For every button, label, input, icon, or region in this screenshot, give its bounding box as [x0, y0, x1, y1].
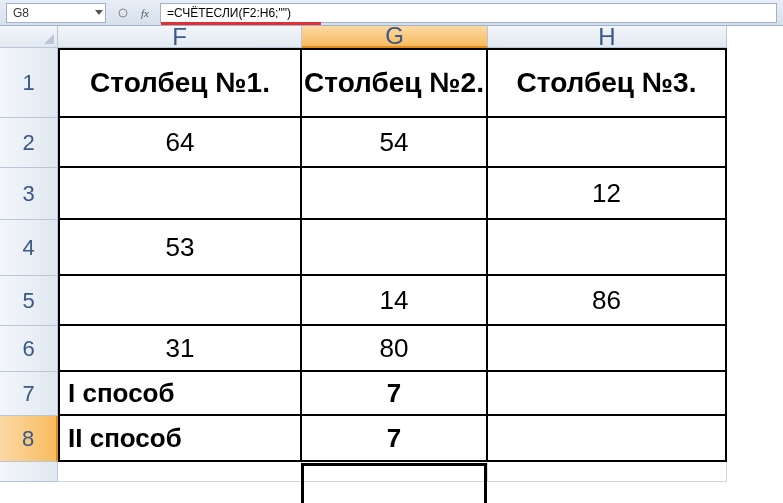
cell-H9[interactable]	[488, 462, 727, 482]
cell-H8[interactable]	[488, 416, 727, 462]
fx-label: fx	[141, 7, 149, 19]
cell-F8[interactable]: II способ	[58, 416, 302, 462]
cell-H4[interactable]	[488, 220, 727, 276]
row-2: 2 64 54	[0, 118, 783, 168]
cell-F5[interactable]	[58, 276, 302, 326]
fx-icon[interactable]: fx	[134, 3, 156, 23]
formula-controls: fx	[112, 3, 156, 23]
cell-H3[interactable]: 12	[488, 168, 727, 220]
cell-F1[interactable]: Столбец №1.	[58, 48, 302, 118]
cell-F7[interactable]: I способ	[58, 372, 302, 416]
row-9	[0, 462, 783, 482]
cell-F2[interactable]: 64	[58, 118, 302, 168]
name-box-value: G8	[13, 6, 29, 20]
cell-F6[interactable]: 31	[58, 326, 302, 372]
cell-G1[interactable]: Столбец №2.	[302, 48, 488, 118]
cell-F3[interactable]	[58, 168, 302, 220]
cell-H7[interactable]	[488, 372, 727, 416]
row-header-7[interactable]: 7	[0, 372, 58, 416]
cell-G8[interactable]: 7	[302, 416, 488, 462]
cell-G6[interactable]: 80	[302, 326, 488, 372]
cell-H1[interactable]: Столбец №3.	[488, 48, 727, 118]
row-8: 8 II способ 7	[0, 416, 783, 462]
formula-input[interactable]: =СЧЁТЕСЛИ(F2:H6;"")	[160, 3, 777, 23]
name-box[interactable]: G8	[6, 3, 106, 23]
cell-G9[interactable]	[302, 462, 488, 482]
row-header-3[interactable]: 3	[0, 168, 58, 220]
name-box-dropdown-icon[interactable]	[95, 10, 103, 15]
row-7: 7 I способ 7	[0, 372, 783, 416]
select-all-corner[interactable]	[0, 26, 58, 48]
row-header-6[interactable]: 6	[0, 326, 58, 372]
col-header-F[interactable]: F	[58, 26, 302, 48]
cell-F9[interactable]	[58, 462, 302, 482]
column-headers: F G H	[0, 26, 783, 48]
formula-text: =СЧЁТЕСЛИ(F2:H6;"")	[167, 6, 291, 20]
col-header-G[interactable]: G	[302, 26, 488, 48]
cell-G2[interactable]: 54	[302, 118, 488, 168]
cell-G3[interactable]	[302, 168, 488, 220]
col-header-G-label: G	[385, 22, 404, 50]
row-6: 6 31 80	[0, 326, 783, 372]
cell-H2[interactable]	[488, 118, 727, 168]
cell-H5[interactable]: 86	[488, 276, 727, 326]
col-header-H[interactable]: H	[488, 26, 727, 48]
row-header-2[interactable]: 2	[0, 118, 58, 168]
row-header-9[interactable]	[0, 462, 58, 482]
cell-G7[interactable]: 7	[302, 372, 488, 416]
cell-G4[interactable]	[302, 220, 488, 276]
row-header-4[interactable]: 4	[0, 220, 58, 276]
row-1: 1 Столбец №1. Столбец №2. Столбец №3.	[0, 48, 783, 118]
cell-G5[interactable]: 14	[302, 276, 488, 326]
col-header-H-label: H	[598, 23, 615, 51]
row-header-1[interactable]: 1	[0, 48, 58, 118]
row-3: 3 12	[0, 168, 783, 220]
svg-point-0	[119, 9, 127, 17]
row-header-8[interactable]: 8	[0, 416, 58, 462]
cancel-formula-icon[interactable]	[112, 3, 134, 23]
rows: 1 Столбец №1. Столбец №2. Столбец №3. 2 …	[0, 48, 783, 482]
cell-F4[interactable]: 53	[58, 220, 302, 276]
row-header-5[interactable]: 5	[0, 276, 58, 326]
col-header-F-label: F	[172, 23, 187, 51]
cell-H6[interactable]	[488, 326, 727, 372]
row-5: 5 14 86	[0, 276, 783, 326]
row-4: 4 53	[0, 220, 783, 276]
spreadsheet-grid: F G H 1 Столбец №1. Столбец №2. Столбец …	[0, 26, 783, 482]
